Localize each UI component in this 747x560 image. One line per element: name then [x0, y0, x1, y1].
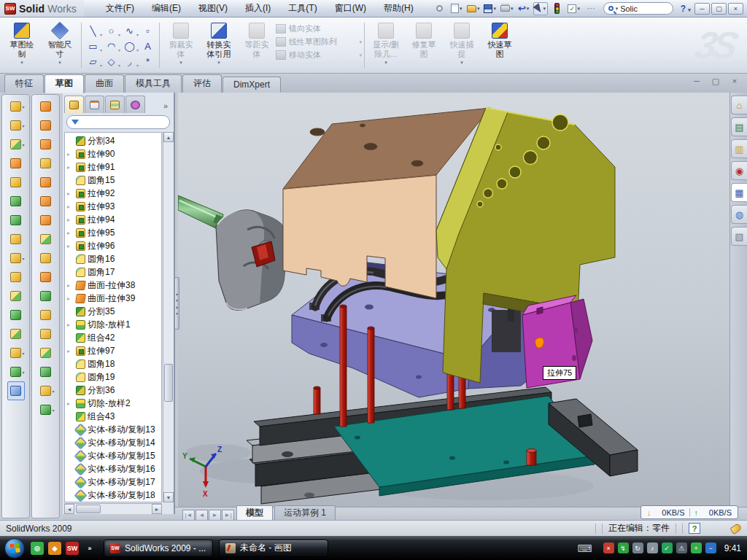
document-tab[interactable]: 模型 — [236, 505, 273, 521]
expand-arrow-icon[interactable]: ▸ — [67, 151, 74, 158]
search-input[interactable]: ▾ Solic — [603, 2, 673, 15]
delete-face-icon[interactable]: ▾ — [37, 287, 55, 306]
expand-arrow-icon[interactable]: ▸ — [67, 322, 74, 328]
volume-icon[interactable]: ♪ — [647, 542, 658, 553]
convert-entities-button[interactable]: 转换实 体引用 ▾ — [200, 20, 238, 71]
help-icon[interactable]: ? ▾ — [678, 4, 693, 14]
expand-arrow-icon[interactable]: ▸ — [67, 164, 74, 171]
knit-surface-icon[interactable]: ▾ — [37, 324, 55, 343]
freeform-icon[interactable]: ▾ — [37, 173, 55, 192]
lofted-boss-icon[interactable]: ▾ — [7, 173, 25, 192]
security-center-icon[interactable]: × — [603, 542, 614, 553]
reference-geometry-icon[interactable]: ▾ — [7, 343, 25, 362]
stack-tool-item[interactable]: 镜向实体 ▾ — [276, 23, 362, 34]
open-icon[interactable]: ▾ — [466, 2, 481, 15]
expand-arrow-icon[interactable]: ▸ — [67, 190, 74, 197]
dome-icon[interactable]: ▾ — [37, 154, 55, 173]
command-tab[interactable]: 评估 — [182, 74, 222, 93]
search-dropdown-icon[interactable]: ▾ — [616, 6, 619, 12]
trim-entities-button[interactable]: 剪裁实 体 ▾ — [162, 20, 200, 71]
centerpoint-arc-icon[interactable]: ◠ ▾ — [102, 39, 120, 54]
feature-tree-item[interactable]: ▸ 切除-放样2 — [65, 397, 161, 410]
sketch-fillet-icon[interactable]: ◞ ▾ — [120, 54, 139, 69]
quick-tips-icon[interactable]: ? — [689, 523, 700, 534]
ruled-surface-icon[interactable]: ▾ — [37, 268, 55, 287]
sync-icon[interactable]: ✓ — [662, 542, 673, 553]
feature-tree-item[interactable]: ▸ 拉伸92 — [65, 187, 161, 200]
print-icon[interactable]: ▾ — [500, 2, 514, 15]
restore-button[interactable]: ▢ — [711, 3, 727, 15]
menu-item[interactable]: 插入(I) — [236, 0, 279, 17]
menu-item[interactable]: 编辑(E) — [143, 0, 190, 17]
feature-tree-item[interactable]: ▸ 拉伸90 — [65, 147, 161, 160]
replace-face-icon[interactable]: ▾ — [37, 306, 55, 324]
smart-dimension-button[interactable]: 智能尺 寸 ▾ — [41, 20, 79, 71]
command-tab[interactable]: DimXpert — [222, 77, 281, 93]
panel-splitter-handle[interactable]: ▲▼▲▼ — [174, 277, 179, 330]
expand-arrow-icon[interactable]: ▸ — [67, 348, 74, 354]
save-icon[interactable]: ▾ — [483, 2, 498, 15]
circle-icon[interactable]: ○ ▾ — [102, 23, 120, 39]
command-tab[interactable]: 草图 — [44, 74, 84, 93]
first-tab-button[interactable]: |◄ — [182, 510, 195, 521]
doc-minimize-button[interactable]: ─ — [690, 77, 703, 86]
propertymanager-tab[interactable] — [85, 96, 104, 113]
helix-spiral-icon[interactable]: ▾ — [37, 400, 55, 419]
defender-icon[interactable]: + — [691, 542, 702, 553]
planar-surface-icon[interactable]: ▾ — [37, 211, 55, 230]
rebuild-traffic-light-icon[interactable] — [550, 2, 565, 15]
menu-item[interactable]: 文件(F) — [97, 0, 143, 17]
feature-tree-item[interactable]: ▸ 圆角19 — [65, 370, 161, 384]
linear-pattern-icon[interactable]: ▾ — [7, 249, 25, 268]
feature-tree-item[interactable]: ▸ 分割36 — [65, 384, 161, 397]
fillet-icon[interactable]: ▾ — [7, 135, 25, 154]
feature-tree-item[interactable]: ▸ 组合42 — [65, 331, 161, 344]
media-quick-icon[interactable]: ◆ — [48, 542, 61, 555]
start-button[interactable] — [4, 538, 25, 559]
sketch-button[interactable]: 草图绘 制 ▾ — [3, 20, 41, 71]
document-tab[interactable]: 运动算例 1 — [274, 505, 336, 521]
extruded-boss-icon[interactable]: ▾ — [7, 97, 25, 116]
scrollbar-thumb[interactable] — [164, 364, 173, 402]
shape-feature-icon[interactable]: ▾ — [37, 362, 55, 381]
thicken-icon[interactable]: ▾ — [37, 230, 55, 249]
feature-tree-item[interactable]: ▸ 拉伸91 — [65, 160, 161, 174]
options-icon[interactable]: ✓▾ — [567, 2, 581, 15]
tree-horizontal-scrollbar[interactable]: ◄ ► — [64, 503, 162, 514]
home-icon[interactable]: ⌂ — [731, 96, 747, 114]
feature-tree-item[interactable]: ▸ 组合43 — [65, 410, 161, 423]
stack-tool-item[interactable]: 线性草图阵列 ▾ — [276, 36, 362, 47]
split-body-icon[interactable]: ▾ — [7, 306, 25, 324]
shell-icon[interactable]: ▾ — [7, 192, 25, 211]
menu-item[interactable]: 窗口(W) — [326, 0, 375, 17]
chevron-more-icon[interactable]: » — [83, 542, 96, 555]
offset-surface-icon[interactable]: ▾ — [37, 249, 55, 268]
feature-tree-item[interactable]: ▸ 圆角18 — [65, 357, 161, 370]
line-icon[interactable]: ╲ ▾ — [84, 23, 102, 39]
tag-icon[interactable] — [729, 522, 742, 534]
fillet-surface-icon[interactable]: ▾ — [37, 343, 55, 362]
messenger-quick-icon[interactable]: ◎ — [31, 542, 44, 555]
command-tab[interactable]: 模具工具 — [125, 74, 182, 93]
minimize-button[interactable]: ─ — [694, 3, 710, 15]
revolved-boss-icon[interactable]: ▾ — [7, 116, 25, 135]
taskbar-window-button[interactable]: SW SolidWorks 2009 - ... — [104, 540, 213, 557]
display-delete-relations-button[interactable]: 显示/删 除几... ▾ — [367, 20, 405, 71]
configurationmanager-tab[interactable] — [105, 96, 125, 113]
point-icon[interactable]: * ▾ — [139, 54, 157, 69]
combine-bodies-icon[interactable]: ▾ — [7, 287, 25, 306]
feature-tree-item[interactable]: ▸ 曲面-拉伸39 — [65, 292, 161, 305]
panel-chevron-icon[interactable]: » — [163, 101, 172, 113]
scroll-right-icon[interactable]: ► — [152, 504, 162, 514]
feature-tree-item[interactable]: ▸ 拉伸93 — [65, 200, 161, 213]
next-tab-button[interactable]: ► — [209, 510, 221, 521]
swept-surface-icon[interactable]: ▾ — [37, 135, 55, 154]
taskbar-clock[interactable]: 9:41 — [724, 543, 741, 553]
feature-tree-item[interactable]: ▸ 实体-移动/复制16 — [65, 462, 161, 475]
feature-tree-item[interactable]: ▸ 拉伸94 — [65, 213, 161, 226]
feature-tree-item[interactable]: ▸ 实体-移动/复制14 — [65, 436, 161, 449]
tree-vertical-scrollbar[interactable]: ▲ ▼ — [163, 132, 174, 502]
lofted-surface-icon[interactable]: ▾ — [37, 97, 55, 116]
feature-tree-item[interactable]: ▸ 实体-移动/复制15 — [65, 449, 161, 462]
feature-tree-item[interactable]: ▸ 圆角15 — [65, 174, 161, 187]
